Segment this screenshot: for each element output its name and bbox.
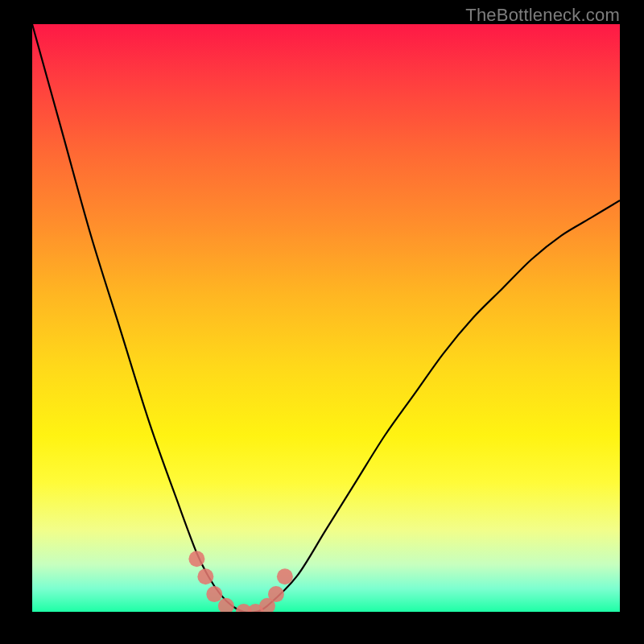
marker-dot — [277, 568, 293, 584]
bottleneck-curve — [32, 24, 620, 612]
watermark-text: TheBottleneck.com — [465, 5, 620, 26]
chart-container: TheBottleneck.com — [0, 0, 644, 644]
plot-area — [32, 24, 620, 612]
chart-svg — [32, 24, 620, 612]
marker-dot — [197, 568, 213, 584]
marker-dot — [188, 551, 204, 567]
marker-group — [188, 551, 293, 612]
marker-dot — [218, 598, 234, 612]
marker-dot — [206, 586, 222, 602]
marker-dot — [268, 586, 284, 602]
